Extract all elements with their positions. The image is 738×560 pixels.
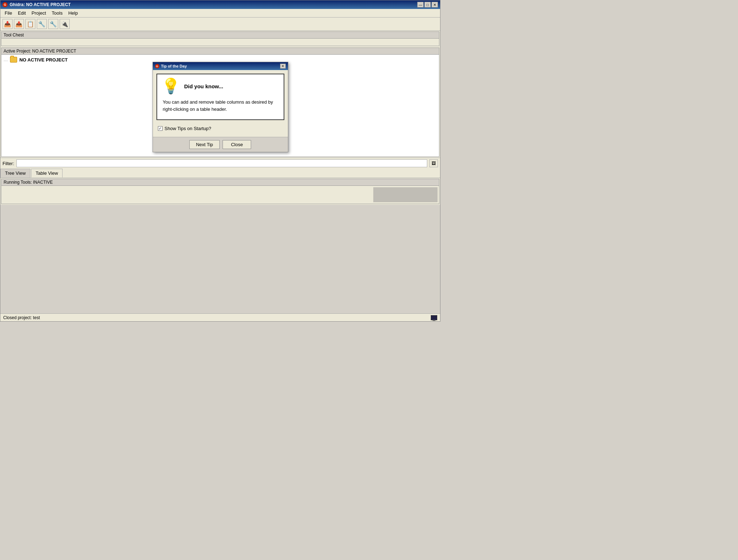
menu-edit[interactable]: Edit xyxy=(15,10,29,16)
close-button[interactable]: ✕ xyxy=(432,2,438,8)
tools-button[interactable]: 🔧 xyxy=(37,19,47,29)
import-button[interactable]: 📥 xyxy=(3,19,13,29)
title-bar: G Ghidra: NO ACTIVE PROJECT — □ ✕ xyxy=(0,0,440,9)
spacer-area xyxy=(0,205,440,313)
dialog-app-icon: G xyxy=(155,64,159,68)
menu-file[interactable]: File xyxy=(2,10,15,16)
plugin-button[interactable]: 🔌 xyxy=(60,19,70,29)
tip-dialog: G Tip of the Day ✕ 💡 Did you k xyxy=(153,62,288,152)
main-content: Tool Chest Active Project: NO ACTIVE PRO… xyxy=(0,31,440,321)
status-text: Closed project: test xyxy=(3,315,40,320)
filter-input[interactable] xyxy=(16,159,428,167)
active-project-body: .... NO ACTIVE PROJECT G Tip of the Day xyxy=(1,55,439,157)
running-tools-body xyxy=(1,186,439,204)
show-tips-checkbox[interactable] xyxy=(158,126,163,131)
running-tools-header: Running Tools: INACTIVE xyxy=(1,179,439,186)
tool-chest-header: Tool Chest xyxy=(1,32,439,39)
menu-help[interactable]: Help xyxy=(65,10,81,16)
did-you-know-label: Did you know... xyxy=(184,83,223,89)
tab-table-view[interactable]: Table View xyxy=(31,169,63,178)
dialog-title-left: G Tip of the Day xyxy=(155,64,187,68)
status-bar: Closed project: test xyxy=(0,313,440,321)
export-button[interactable]: 📤 xyxy=(14,19,24,29)
minimize-button[interactable]: — xyxy=(417,2,424,8)
active-project-section: Active Project: NO ACTIVE PROJECT .... N… xyxy=(1,48,439,157)
title-bar-controls: — □ ✕ xyxy=(417,2,438,8)
show-tips-row: Show Tips on Startup? xyxy=(156,124,284,133)
next-tip-button[interactable]: Next Tip xyxy=(189,140,220,149)
title-bar-left: G Ghidra: NO ACTIVE PROJECT xyxy=(3,2,71,7)
filter-bar: Filter: 🖼 xyxy=(0,158,440,169)
monitor-icon xyxy=(431,315,437,320)
filter-label: Filter: xyxy=(3,161,14,166)
menu-project[interactable]: Project xyxy=(29,10,49,16)
tabs-bar: Tree View Table View xyxy=(0,169,440,178)
maximize-button[interactable]: □ xyxy=(424,2,431,8)
tip-text: You can add and remove table columns as … xyxy=(161,99,279,113)
bulb-icon: 💡 xyxy=(161,79,180,94)
tool-chest-body xyxy=(1,39,439,46)
filter-icon-button[interactable]: 🖼 xyxy=(429,159,438,167)
dialog-title-text: Tip of the Day xyxy=(161,64,187,68)
config-button[interactable]: 🔧 xyxy=(48,19,58,29)
dialog-footer: Next Tip Close xyxy=(153,137,288,152)
dialog-overlay: G Tip of the Day ✕ 💡 Did you k xyxy=(1,55,439,157)
menu-tools[interactable]: Tools xyxy=(49,10,65,16)
copy-button[interactable]: 📋 xyxy=(25,19,35,29)
main-window: G Ghidra: NO ACTIVE PROJECT — □ ✕ File E… xyxy=(0,0,440,322)
tab-tree-view[interactable]: Tree View xyxy=(0,169,30,178)
window-title: Ghidra: NO ACTIVE PROJECT xyxy=(10,2,71,7)
app-icon: G xyxy=(3,2,8,7)
scrollbar-placeholder xyxy=(373,187,438,202)
tip-header: 💡 Did you know... xyxy=(161,79,279,94)
toolbar: 📥 📤 📋 🔧 🔧 🔌 xyxy=(0,18,440,31)
close-button-dialog[interactable]: Close xyxy=(223,140,251,149)
running-tools-section: Running Tools: INACTIVE xyxy=(1,179,439,204)
dialog-close-x-button[interactable]: ✕ xyxy=(280,64,286,69)
dialog-body: 💡 Did you know... You can add and remove… xyxy=(153,70,288,137)
tip-box: 💡 Did you know... You can add and remove… xyxy=(156,74,284,120)
menu-bar: File Edit Project Tools Help xyxy=(0,9,440,18)
dialog-title-bar: G Tip of the Day ✕ xyxy=(153,62,288,70)
show-tips-label: Show Tips on Startup? xyxy=(165,126,211,131)
active-project-header: Active Project: NO ACTIVE PROJECT xyxy=(1,48,439,55)
tool-chest-section: Tool Chest xyxy=(1,31,439,46)
